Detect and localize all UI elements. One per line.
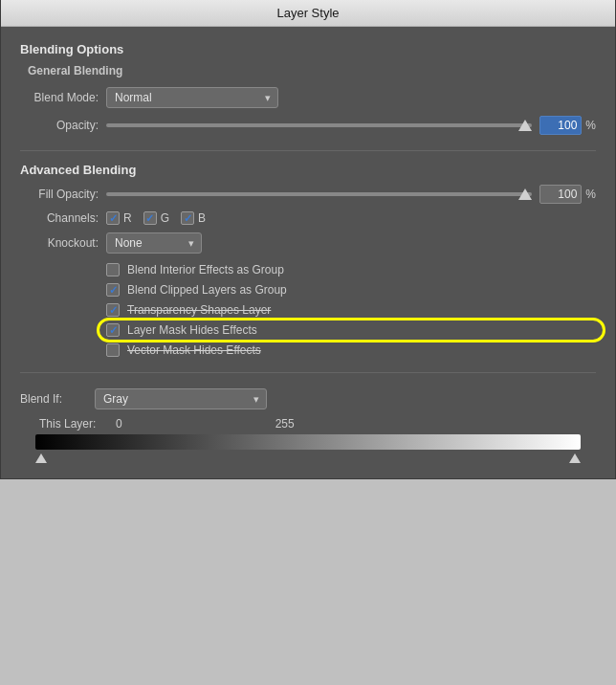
channels-label: Channels: xyxy=(20,211,106,225)
fill-opacity-slider-track[interactable] xyxy=(106,192,532,196)
fill-opacity-row: Fill Opacity: 100 % xyxy=(20,185,596,204)
blend-if-section: Blend If: Gray Red Green Blue This Layer… xyxy=(20,388,596,463)
layer-mask-hides-label: Layer Mask Hides Effects xyxy=(127,323,257,337)
gradient-bar[interactable] xyxy=(35,434,581,450)
opacity-slider-container: 100 % xyxy=(106,116,596,135)
blend-if-label: Blend If: xyxy=(20,392,87,406)
fill-opacity-slider-thumb[interactable] xyxy=(518,188,532,200)
channel-g-item: G xyxy=(143,211,169,225)
divider-1 xyxy=(20,150,596,151)
channel-b-label: B xyxy=(198,211,206,225)
blending-options-section: Blending Options General Blending Blend … xyxy=(20,42,596,135)
fill-opacity-percent: % xyxy=(585,188,596,201)
channel-r-checkbox[interactable] xyxy=(106,211,120,225)
this-layer-values: 0 255 xyxy=(116,417,295,431)
fill-opacity-label: Fill Opacity: xyxy=(20,188,106,201)
knockout-dropdown-wrapper: None Shallow Deep xyxy=(106,232,202,254)
blend-if-select[interactable]: Gray Red Green Blue xyxy=(95,388,267,409)
advanced-blending-header: Advanced Blending xyxy=(20,163,596,177)
advanced-blending-section: Advanced Blending Fill Opacity: 100 % Ch… xyxy=(20,163,596,357)
blending-options-checkboxes: Blend Interior Effects as Group Blend Cl… xyxy=(106,263,596,357)
knockout-label: Knockout: xyxy=(20,236,106,250)
blend-if-row: Blend If: Gray Red Green Blue xyxy=(20,388,596,409)
opacity-row: Opacity: 100 % xyxy=(20,116,596,135)
blend-clipped-checkbox[interactable] xyxy=(106,283,120,297)
channel-b-item: B xyxy=(181,211,206,225)
channels-group: R G B xyxy=(106,211,206,225)
title-bar: Layer Style xyxy=(1,0,615,27)
fill-opacity-slider-container: 100 % xyxy=(106,185,596,204)
transparency-shapes-label: Transparency Shapes Layer xyxy=(127,303,271,317)
layer-style-window: Layer Style Blending Options General Ble… xyxy=(0,0,616,479)
option-layer-mask-hides: Layer Mask Hides Effects xyxy=(106,323,596,337)
vector-mask-hides-checkbox[interactable] xyxy=(106,343,120,357)
opacity-slider-track[interactable] xyxy=(106,123,532,127)
blend-interior-label: Blend Interior Effects as Group xyxy=(127,263,284,276)
vector-mask-hides-label: Vector Mask Hides Effects xyxy=(127,343,261,357)
option-transparency-shapes: Transparency Shapes Layer xyxy=(106,303,596,317)
gradient-handle-right[interactable] xyxy=(569,453,581,463)
blend-mode-select[interactable]: Normal Dissolve Multiply Screen Overlay xyxy=(106,87,278,108)
this-layer-row: This Layer: 0 255 xyxy=(20,417,596,431)
gradient-handle-left[interactable] xyxy=(35,453,47,463)
this-layer-max: 255 xyxy=(275,417,295,431)
blend-mode-row: Blend Mode: Normal Dissolve Multiply Scr… xyxy=(20,87,596,108)
blend-if-dropdown-wrapper: Gray Red Green Blue xyxy=(95,388,267,409)
gradient-handles xyxy=(20,453,596,463)
option-blend-interior: Blend Interior Effects as Group xyxy=(106,263,596,276)
channel-b-checkbox[interactable] xyxy=(181,211,194,225)
channel-g-checkbox[interactable] xyxy=(143,211,157,225)
divider-2 xyxy=(20,372,596,373)
blending-options-header: Blending Options xyxy=(20,42,596,56)
channel-r-item: R xyxy=(106,211,132,225)
blend-mode-label: Blend Mode: xyxy=(20,91,106,104)
main-content: Blending Options General Blending Blend … xyxy=(1,27,615,478)
knockout-select[interactable]: None Shallow Deep xyxy=(106,232,202,254)
transparency-shapes-checkbox[interactable] xyxy=(106,303,120,317)
window-title: Layer Style xyxy=(276,6,339,20)
channel-r-label: R xyxy=(123,211,132,225)
option-vector-mask-hides: Vector Mask Hides Effects xyxy=(106,343,596,357)
general-blending-header: General Blending xyxy=(28,64,596,77)
blend-interior-checkbox[interactable] xyxy=(106,263,120,276)
channel-g-label: G xyxy=(161,211,169,225)
option-blend-clipped: Blend Clipped Layers as Group xyxy=(106,283,596,297)
blend-clipped-label: Blend Clipped Layers as Group xyxy=(127,283,287,297)
opacity-input[interactable]: 100 xyxy=(539,116,582,135)
fill-opacity-input[interactable]: 100 xyxy=(539,185,582,204)
opacity-percent: % xyxy=(585,119,596,132)
layer-mask-hides-checkbox[interactable] xyxy=(106,323,120,337)
blend-mode-dropdown-wrapper: Normal Dissolve Multiply Screen Overlay xyxy=(106,87,278,108)
channels-row: Channels: R G B xyxy=(20,211,596,225)
opacity-slider-thumb[interactable] xyxy=(518,120,532,131)
this-layer-min: 0 xyxy=(116,417,122,431)
this-layer-label: This Layer: xyxy=(39,417,116,431)
knockout-row: Knockout: None Shallow Deep xyxy=(20,232,596,254)
this-layer-section: This Layer: 0 255 xyxy=(20,417,596,463)
opacity-label: Opacity: xyxy=(20,119,106,132)
